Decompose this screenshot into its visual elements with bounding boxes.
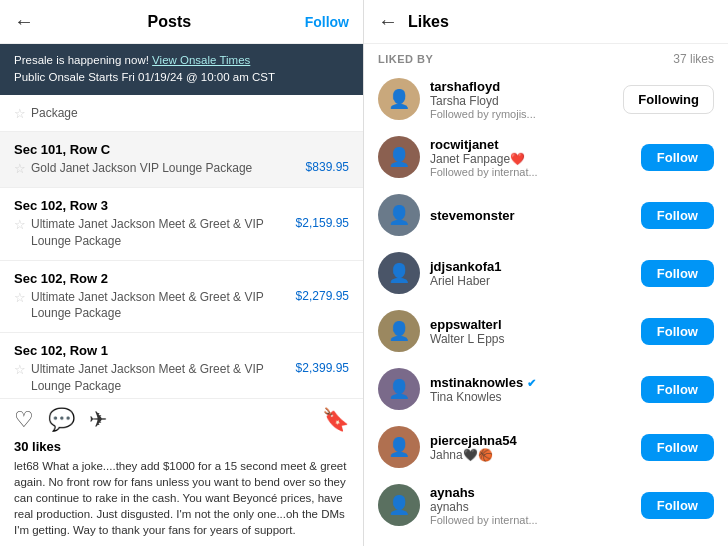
- star-icon: ☆: [14, 161, 26, 176]
- avatar: 👤: [378, 252, 420, 294]
- display-name: Ariel Haber: [430, 274, 631, 288]
- user-info: stevemonster: [430, 208, 631, 223]
- star-icon: ☆: [14, 106, 26, 121]
- page-title: Likes: [408, 13, 449, 31]
- user-info: jdjsankofa1 Ariel Haber: [430, 259, 631, 288]
- left-header: ← Posts Follow: [0, 0, 363, 44]
- list-item: 👤 tarshafloyd Tarsha Floyd Followed by r…: [364, 70, 728, 128]
- list-item: 👤 piercejahna54 Jahna🖤🏀 Follow: [364, 418, 728, 476]
- ticket-price: $839.95: [306, 160, 349, 174]
- presale-subtext: Public Onsale Starts Fri 01/19/24 @ 10:0…: [14, 71, 275, 83]
- display-name: Walter L Epps: [430, 332, 631, 346]
- action-bar: ♡ 💬 ✈ 🔖: [14, 407, 349, 433]
- username[interactable]: aynahs: [430, 485, 631, 500]
- following-button[interactable]: Following: [623, 85, 714, 114]
- ticket-section: Sec 102, Row 2: [14, 271, 349, 286]
- ticket-item[interactable]: Sec 102, Row 3 ☆ Ultimate Janet Jackson …: [0, 188, 363, 261]
- user-info: aynahs aynahs Followed by internat...: [430, 485, 631, 526]
- liked-by-label: LIKED BY: [378, 53, 433, 65]
- ticket-price: $2,279.95: [296, 289, 349, 303]
- like-icon[interactable]: ♡: [14, 407, 34, 433]
- ticket-item[interactable]: Sec 101, Row C ☆ Gold Janet Jackson VIP …: [0, 132, 363, 188]
- username[interactable]: mstinaknowles ✔: [430, 375, 631, 390]
- username[interactable]: rocwitjanet: [430, 137, 631, 152]
- likes-count: 30 likes: [14, 439, 349, 454]
- follow-button[interactable]: Follow: [641, 434, 714, 461]
- ticket-price: $2,159.95: [296, 216, 349, 230]
- user-info: mstinaknowles ✔ Tina Knowles: [430, 375, 631, 404]
- list-item: 👤 jdjsankofa1 Ariel Haber Follow: [364, 244, 728, 302]
- avatar: 👤: [378, 78, 420, 120]
- display-name: Janet Fanpage❤️: [430, 152, 631, 166]
- back-icon[interactable]: ←: [378, 10, 398, 33]
- bookmark-icon[interactable]: 🔖: [322, 407, 349, 433]
- follow-button[interactable]: Follow: [641, 144, 714, 171]
- follow-button[interactable]: Follow: [641, 318, 714, 345]
- user-info: eppswalterl Walter L Epps: [430, 317, 631, 346]
- list-item: 👤 mstinaknowles ✔ Tina Knowles Follow: [364, 360, 728, 418]
- ticket-desc: Ultimate Janet Jackson Meet & Greet & VI…: [31, 216, 288, 250]
- display-name: aynahs: [430, 500, 631, 514]
- user-info: tarshafloyd Tarsha Floyd Followed by rym…: [430, 79, 613, 120]
- followed-by: Followed by internat...: [430, 514, 631, 526]
- followed-by: Followed by internat...: [430, 166, 631, 178]
- star-icon: ☆: [14, 290, 26, 305]
- back-icon[interactable]: ←: [14, 10, 34, 33]
- onsale-link[interactable]: View Onsale Times: [152, 54, 250, 66]
- verified-icon: ✔: [527, 377, 536, 389]
- ticket-desc: Ultimate Janet Jackson Meet & Greet & VI…: [31, 361, 288, 395]
- display-name: Jahna🖤🏀: [430, 448, 631, 462]
- list-item: 👤 eppswalterl Walter L Epps Follow: [364, 302, 728, 360]
- ticket-price: $2,399.95: [296, 361, 349, 375]
- display-name: Tarsha Floyd: [430, 94, 613, 108]
- ticket-desc: Ultimate Janet Jackson Meet & Greet & VI…: [31, 289, 288, 323]
- ticket-item[interactable]: ☆ Package: [0, 95, 363, 133]
- liked-by-header: LIKED BY 37 likes: [364, 44, 728, 70]
- left-panel: ← Posts Follow Presale is happening now!…: [0, 0, 364, 546]
- user-list: 👤 tarshafloyd Tarsha Floyd Followed by r…: [364, 70, 728, 546]
- avatar: 👤: [378, 368, 420, 410]
- avatar: 👤: [378, 194, 420, 236]
- follow-link[interactable]: Follow: [305, 14, 349, 30]
- avatar: 👤: [378, 136, 420, 178]
- likes-total: 37 likes: [673, 52, 714, 66]
- right-header: ← Likes: [364, 0, 728, 44]
- ticket-section: Sec 102, Row 1: [14, 343, 349, 358]
- follow-button[interactable]: Follow: [641, 260, 714, 287]
- display-name: Tina Knowles: [430, 390, 631, 404]
- ticket-list: ☆ Package Sec 101, Row C ☆ Gold Janet Ja…: [0, 95, 363, 398]
- ticket-item[interactable]: Sec 102, Row 1 ☆ Ultimate Janet Jackson …: [0, 333, 363, 397]
- avatar: 👤: [378, 310, 420, 352]
- share-icon[interactable]: ✈: [89, 407, 107, 433]
- username[interactable]: eppswalterl: [430, 317, 631, 332]
- star-icon: ☆: [14, 217, 26, 232]
- user-info: rocwitjanet Janet Fanpage❤️ Followed by …: [430, 137, 631, 178]
- ticket-section: Sec 102, Row 3: [14, 198, 349, 213]
- star-icon: ☆: [14, 362, 26, 377]
- username[interactable]: piercejahna54: [430, 433, 631, 448]
- presale-banner: Presale is happening now! View Onsale Ti…: [0, 44, 363, 95]
- caption-text: let68 What a joke....they add $1000 for …: [14, 458, 349, 538]
- follow-button[interactable]: Follow: [641, 202, 714, 229]
- list-item: 👤 aynahs aynahs Followed by internat... …: [364, 476, 728, 534]
- ticket-desc: Package: [31, 105, 78, 122]
- ticket-desc: Gold Janet Jackson VIP Lounge Package: [31, 160, 252, 177]
- avatar: 👤: [378, 426, 420, 468]
- ticket-item[interactable]: Sec 102, Row 2 ☆ Ultimate Janet Jackson …: [0, 261, 363, 334]
- avatar: 👤: [378, 484, 420, 526]
- list-item: 👤 stevemonster Follow: [364, 186, 728, 244]
- user-info: piercejahna54 Jahna🖤🏀: [430, 433, 631, 462]
- list-item: 👤 rocwitjanet Janet Fanpage❤️ Followed b…: [364, 128, 728, 186]
- left-footer: ♡ 💬 ✈ 🔖 30 likes let68 What a joke....th…: [0, 398, 363, 546]
- follow-button[interactable]: Follow: [641, 492, 714, 519]
- username[interactable]: jdjsankofa1: [430, 259, 631, 274]
- username[interactable]: stevemonster: [430, 208, 631, 223]
- comment-icon[interactable]: 💬: [48, 407, 75, 433]
- follow-button[interactable]: Follow: [641, 376, 714, 403]
- presale-text: Presale is happening now!: [14, 54, 149, 66]
- ticket-section: Sec 101, Row C: [14, 142, 349, 157]
- right-panel: ← Likes LIKED BY 37 likes 👤 tarshafloyd …: [364, 0, 728, 546]
- followed-by: Followed by rymojis...: [430, 108, 613, 120]
- username[interactable]: tarshafloyd: [430, 79, 613, 94]
- page-title: Posts: [148, 13, 192, 31]
